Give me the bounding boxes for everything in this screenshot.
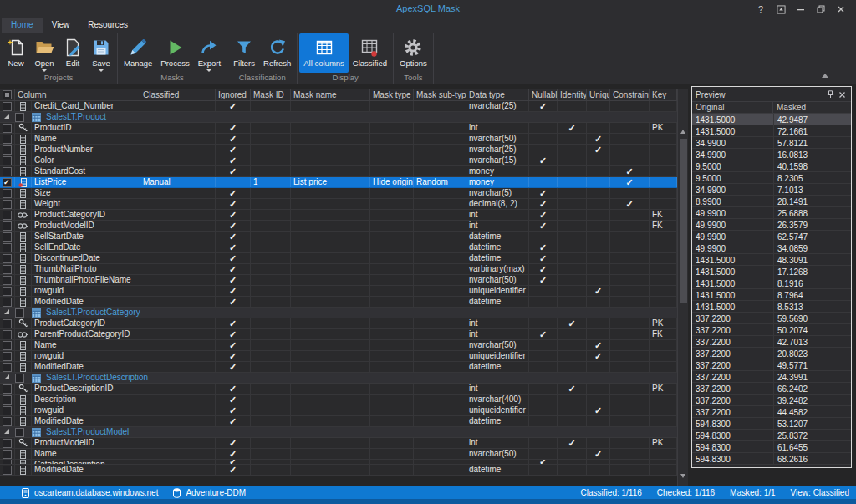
- table-row[interactable]: Sizenvarchar(5): [0, 188, 677, 199]
- row-checkbox[interactable]: [0, 242, 15, 252]
- row-checkbox[interactable]: [0, 188, 15, 198]
- ribbon-button-refresh[interactable]: Refresh: [259, 33, 295, 73]
- preview-row[interactable]: 1431.50008.5313: [692, 301, 851, 313]
- row-checkbox[interactable]: [0, 329, 15, 339]
- preview-row[interactable]: 34.99007.1013: [692, 184, 851, 196]
- preview-row[interactable]: 9.50008.2305: [692, 172, 851, 184]
- scroll-down-icon[interactable]: [680, 474, 685, 478]
- preview-row[interactable]: 34.990016.0813: [692, 149, 851, 160]
- column-header-constraints[interactable]: Constraints: [610, 89, 650, 100]
- scrollbar-thumb[interactable]: [680, 139, 687, 303]
- row-checkbox[interactable]: [0, 177, 15, 187]
- preview-row[interactable]: 337.220050.2074: [692, 324, 851, 336]
- table-row[interactable]: ProductCategoryIDintFK: [0, 210, 677, 221]
- preview-row[interactable]: 49.990062.5747: [692, 231, 851, 242]
- ribbon-button-manage[interactable]: Manage: [120, 33, 156, 73]
- table-row[interactable]: rowguiduniqueidentifier: [0, 286, 677, 297]
- table-row[interactable]: rowguiduniqueidentifier: [0, 405, 677, 416]
- table-row[interactable]: ProductNumbernvarchar(25): [0, 145, 677, 155]
- row-checkbox[interactable]: [0, 318, 15, 328]
- row-checkbox[interactable]: [0, 286, 15, 296]
- table-row[interactable]: SellEndDatedatetime: [0, 242, 677, 253]
- preview-row[interactable]: 337.220020.8023: [692, 348, 851, 359]
- table-row[interactable]: ModifiedDatedatetime: [0, 465, 677, 476]
- preview-row[interactable]: 1431.500048.3091: [692, 254, 851, 266]
- row-checkbox[interactable]: [0, 123, 15, 133]
- collapse-group-icon[interactable]: [4, 114, 9, 119]
- close-icon[interactable]: [836, 89, 848, 99]
- preview-row[interactable]: 337.220024.3991: [692, 371, 851, 383]
- group-row[interactable]: SalesLT.ProductCategory: [0, 308, 677, 318]
- collapse-group-icon[interactable]: [4, 429, 9, 434]
- row-checkbox[interactable]: [0, 460, 15, 464]
- ribbon-button-edit[interactable]: Edit: [59, 33, 87, 73]
- preview-row[interactable]: 594.830061.6455: [692, 441, 851, 453]
- table-row[interactable]: ProductModelIDintPK: [0, 438, 677, 449]
- preview-row[interactable]: 34.990057.8121: [692, 137, 851, 149]
- ribbon-button-save[interactable]: Save: [87, 33, 115, 73]
- column-header-ignored[interactable]: Ignored: [216, 89, 251, 100]
- row-checkbox[interactable]: [0, 264, 15, 274]
- minimize-button[interactable]: [791, 2, 811, 17]
- group-checkbox[interactable]: [15, 113, 24, 122]
- preview-row[interactable]: 9.500040.1598: [692, 160, 851, 172]
- table-row[interactable]: ProductIDintPK: [0, 123, 677, 134]
- preview-column-original[interactable]: Original: [692, 102, 773, 113]
- ribbon-button-filters[interactable]: Filters: [229, 33, 259, 73]
- title-bar[interactable]: ApexSQL Mask ?: [0, 0, 856, 18]
- row-checkbox[interactable]: [0, 199, 15, 209]
- scroll-up-icon[interactable]: [680, 130, 685, 134]
- table-row[interactable]: Namenvarchar(50): [0, 134, 677, 145]
- row-checkbox[interactable]: [0, 210, 15, 220]
- tab-resources[interactable]: Resources: [79, 18, 137, 33]
- row-checkbox[interactable]: [0, 275, 15, 285]
- table-row[interactable]: ParentProductCategoryIDintFK: [0, 329, 677, 340]
- column-header-mask-sub-type[interactable]: Mask sub-type: [414, 89, 466, 100]
- ribbon-button-new[interactable]: New: [2, 33, 30, 73]
- pin-icon[interactable]: [824, 89, 836, 99]
- column-header-mask-id[interactable]: Mask ID: [251, 89, 291, 100]
- ribbon-button-process[interactable]: Process: [156, 33, 193, 73]
- collapse-group-icon[interactable]: [4, 309, 9, 314]
- tab-view[interactable]: View: [43, 18, 79, 33]
- table-row[interactable]: ProductModelIDintFK: [0, 221, 677, 232]
- row-checkbox[interactable]: [0, 384, 15, 394]
- table-row[interactable]: DiscontinuedDatedatetime: [0, 253, 677, 264]
- table-row[interactable]: Namenvarchar(50): [0, 340, 677, 351]
- row-checkbox[interactable]: [0, 416, 15, 426]
- row-checkbox[interactable]: [0, 221, 15, 231]
- preview-row[interactable]: 1431.500072.1661: [692, 125, 851, 137]
- table-row[interactable]: ThumbnailPhotoFileNamenvarchar(50): [0, 275, 677, 286]
- column-header-nullable[interactable]: Nullable: [529, 89, 558, 100]
- row-checkbox[interactable]: [0, 340, 15, 350]
- table-row[interactable]: StandardCostmoney: [0, 166, 677, 177]
- preview-row[interactable]: 594.830025.8372: [692, 430, 851, 441]
- ribbon-button-export[interactable]: Export: [194, 33, 225, 73]
- preview-row[interactable]: 1431.500017.1268: [692, 266, 851, 277]
- row-checkbox[interactable]: [0, 297, 15, 307]
- column-header-unique[interactable]: Unique: [587, 89, 610, 100]
- column-header-identity[interactable]: Identity: [558, 89, 587, 100]
- ribbon-button-classified[interactable]: Classified: [349, 33, 391, 73]
- table-row[interactable]: rowguiduniqueidentifier: [0, 351, 677, 362]
- group-row[interactable]: SalesLT.Product: [0, 112, 677, 123]
- preview-row[interactable]: 337.220042.7013: [692, 336, 851, 348]
- group-row[interactable]: SalesLT.ProductDescription: [0, 373, 677, 384]
- table-row[interactable]: SellStartDatedatetime: [0, 232, 677, 242]
- row-checkbox[interactable]: [0, 232, 15, 242]
- row-checkbox[interactable]: [0, 351, 15, 361]
- table-row[interactable]: Descriptionnvarchar(400): [0, 395, 677, 405]
- table-row[interactable]: ModifiedDatedatetime: [0, 362, 677, 373]
- table-row[interactable]: Credit_Card_Numbernvarchar(25): [0, 101, 677, 112]
- grid-vertical-scrollbar[interactable]: [677, 89, 688, 486]
- row-checkbox[interactable]: [0, 438, 15, 448]
- group-checkbox[interactable]: [15, 308, 24, 318]
- table-row[interactable]: ProductCategoryIDintPK: [0, 318, 677, 329]
- row-checkbox[interactable]: [0, 155, 15, 165]
- tab-home[interactable]: Home: [2, 18, 43, 33]
- table-row[interactable]: Colornvarchar(15): [0, 155, 677, 166]
- table-row[interactable]: Weightdecimal(8, 2): [0, 199, 677, 210]
- close-button[interactable]: [831, 2, 851, 17]
- group-row[interactable]: SalesLT.ProductModel: [0, 427, 677, 438]
- table-row[interactable]: ThumbNailPhotovarbinary(max): [0, 264, 677, 275]
